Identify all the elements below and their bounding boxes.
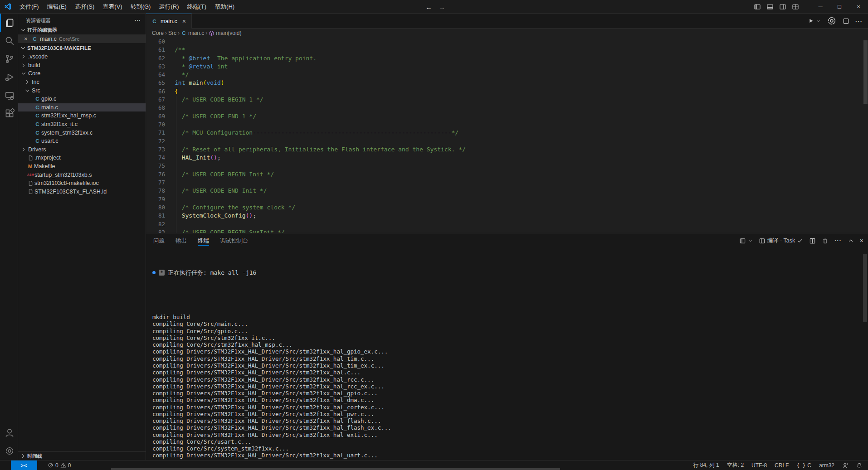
open-editor-item[interactable]: ×Cmain.cCore\Src: [18, 34, 146, 43]
tree-item-drivers[interactable]: Drivers: [18, 145, 146, 154]
run-file-button[interactable]: [808, 18, 821, 24]
tree-item-startup-stm32f103xb-s[interactable]: ASMstartup_stm32f103xb.s: [18, 170, 146, 179]
nav-forward-icon[interactable]: →: [439, 3, 445, 11]
panel-tab-终端[interactable]: 终端: [198, 233, 209, 248]
line-number: 69: [146, 112, 165, 121]
feedback-icon[interactable]: [842, 462, 848, 469]
timeline-section[interactable]: 时间线: [18, 451, 146, 460]
tree-item-stm32f103c8tx-flash-ld[interactable]: STM32F103C8Tx_FLASH.ld: [18, 188, 146, 196]
tree-item-makefile[interactable]: MMakefile: [18, 162, 146, 171]
tree-item-system-stm32f1xx-c[interactable]: Csystem_stm32f1xx.c: [18, 128, 146, 137]
more-icon[interactable]: ···: [834, 237, 842, 244]
layout-customize-icon[interactable]: [790, 1, 801, 12]
remote-indicator[interactable]: ><: [11, 460, 37, 470]
menu-h[interactable]: 帮助(H): [210, 0, 239, 14]
tree-item-core[interactable]: Core: [18, 69, 146, 78]
activity-explorer[interactable]: [0, 14, 18, 32]
tree-item-usart-c[interactable]: Cusart.c: [18, 137, 146, 145]
menu-f[interactable]: 文件(F): [15, 0, 43, 14]
open-editors-header[interactable]: 打开的编辑器: [18, 25, 146, 34]
breadcrumb[interactable]: Core›Src›Cmain.c›main(void): [146, 29, 868, 38]
tree-item-stm32f103c8-makefile-ioc[interactable]: stm32f103c8-makefile.ioc: [18, 179, 146, 188]
menu-v[interactable]: 查看(V): [98, 0, 126, 14]
minimize-button[interactable]: ─: [811, 0, 830, 14]
line-number: 76: [146, 170, 165, 179]
activity-settings[interactable]: [0, 442, 18, 460]
line-number: 64: [146, 71, 165, 79]
remote-explorer-icon: [5, 90, 15, 100]
tree-item-src[interactable]: Src: [18, 86, 146, 95]
activity-run-debug[interactable]: [0, 68, 18, 86]
split-editor-icon[interactable]: [809, 237, 816, 244]
chevron-right-icon: [24, 79, 31, 85]
terminal-line: compiling Core/Src/stm32f1xx_hal_msp.c..…: [152, 341, 861, 348]
tree-item--mxproject[interactable]: .mxproject: [18, 154, 146, 162]
tree-item-stm32f1xx-it-c[interactable]: Cstm32f1xx_it.c: [18, 120, 146, 129]
menu-e[interactable]: 编辑(E): [43, 0, 71, 14]
maximize-panel-icon[interactable]: [848, 237, 854, 244]
terminal-task-selector[interactable]: 编译 - Task: [759, 237, 804, 245]
code-editor[interactable]: 6061/**62 * @brief The application entry…: [146, 38, 868, 233]
project-root-header[interactable]: STM32F103C8-MAKEFILE: [18, 43, 146, 53]
terminal-scrollbar[interactable]: [863, 254, 867, 322]
status-c[interactable]: { }C: [796, 462, 811, 469]
status-crlf[interactable]: CRLF: [775, 462, 789, 469]
panel-tab-输出[interactable]: 输出: [176, 233, 187, 248]
line-number: 60: [146, 38, 165, 46]
tab-close-icon[interactable]: ×: [182, 18, 186, 25]
new-terminal-button[interactable]: [739, 237, 753, 244]
close-button[interactable]: ×: [849, 0, 868, 14]
terminal-line: compiling Drivers/STM32F1xx_HAL_Driver/S…: [152, 355, 861, 362]
split-editor-icon[interactable]: [843, 18, 849, 24]
code-line-74: 74 HAL_Init();: [146, 154, 868, 162]
tab-main-c[interactable]: C main.c ×: [146, 14, 192, 29]
layout-sidebar-right-icon[interactable]: [777, 1, 788, 12]
error-icon: [48, 462, 54, 468]
status-arm32[interactable]: arm32: [819, 462, 834, 469]
editor-scrollbar[interactable]: [863, 40, 868, 104]
activity-source-control[interactable]: [0, 50, 18, 68]
menu-g[interactable]: 转到(G): [127, 0, 155, 14]
panel-tab-调试控制台[interactable]: 调试控制台: [220, 233, 249, 248]
terminal[interactable]: * 正在执行任务: make all -j16 mkdir buildcompi…: [146, 248, 861, 460]
line-number: 61: [146, 46, 165, 54]
trash-icon[interactable]: [822, 237, 829, 244]
menu-t[interactable]: 终端(T): [183, 0, 210, 14]
activity-extensions[interactable]: [0, 104, 18, 122]
activity-remote-explorer[interactable]: [0, 86, 18, 104]
c-file-icon: C: [151, 19, 157, 24]
breadcrumb-item[interactable]: main(void): [216, 30, 241, 36]
breadcrumb-item[interactable]: main.c: [188, 30, 204, 36]
line-number: 68: [146, 104, 165, 112]
horizontal-scrollbar[interactable]: [111, 468, 560, 470]
tree-item-main-c[interactable]: Cmain.c: [18, 103, 146, 112]
menu-s[interactable]: 选择(S): [71, 0, 98, 14]
bell-icon[interactable]: [856, 462, 863, 469]
activity-accounts[interactable]: [0, 424, 18, 442]
tree-item-stm32f1xx-hal-msp-c[interactable]: Cstm32f1xx_hal_msp.c: [18, 111, 146, 120]
status-空格-2[interactable]: 空格: 2: [727, 461, 744, 469]
layout-panel-icon[interactable]: [765, 1, 775, 12]
close-panel-icon[interactable]: ×: [860, 237, 863, 244]
sidebar-more-icon[interactable]: ···: [135, 18, 141, 23]
tree-item--vscode[interactable]: .vscode: [18, 53, 146, 61]
panel-tab-问题[interactable]: 问题: [153, 233, 165, 248]
gear-icon[interactable]: [827, 16, 837, 26]
close-icon[interactable]: ×: [24, 35, 29, 42]
check-icon: [797, 237, 803, 244]
c-file-icon: C: [34, 130, 40, 136]
breadcrumb-item[interactable]: Core: [152, 30, 164, 36]
problems-status[interactable]: 0 0: [48, 462, 71, 469]
status-行-84-列-1[interactable]: 行 84, 列 1: [693, 461, 719, 469]
breadcrumb-item[interactable]: Src: [168, 30, 176, 36]
activity-search[interactable]: [0, 32, 18, 50]
more-icon[interactable]: ···: [855, 18, 863, 24]
tree-item-inc[interactable]: Inc: [18, 78, 146, 87]
layout-sidebar-left-icon[interactable]: [752, 1, 763, 12]
menu-r[interactable]: 运行(R): [155, 0, 183, 14]
tree-item-gpio-c[interactable]: Cgpio.c: [18, 95, 146, 103]
status-utf-8[interactable]: UTF-8: [751, 462, 767, 469]
nav-back-icon[interactable]: ←: [425, 3, 432, 11]
tree-item-build[interactable]: build: [18, 61, 146, 70]
restore-button[interactable]: □: [830, 0, 849, 14]
